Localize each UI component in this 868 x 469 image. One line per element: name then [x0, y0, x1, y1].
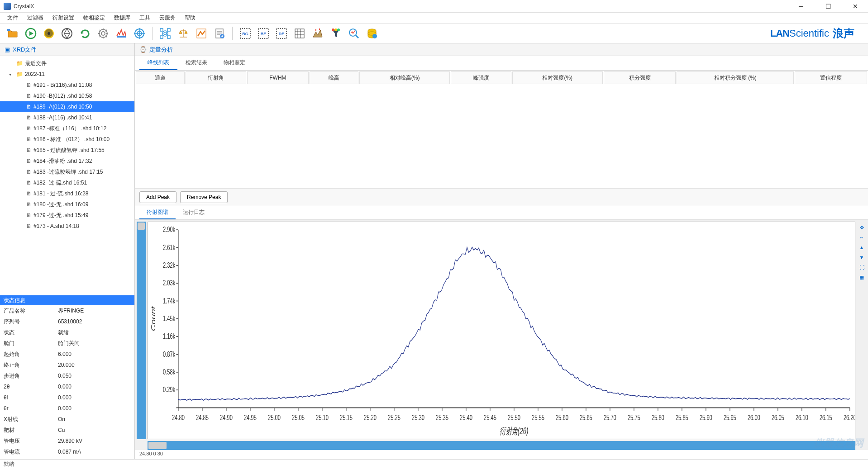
- menu-item-衍射设置[interactable]: 衍射设置: [48, 13, 79, 23]
- menu-item-过滤器[interactable]: 过滤器: [23, 13, 48, 23]
- status-row: X射线On: [0, 414, 134, 425]
- status-panel: 状态信息 产品名称界FRINGE序列号65310002状态就绪舱门舱门关闭起始角…: [0, 295, 134, 459]
- column-header[interactable]: 通道: [136, 71, 185, 84]
- menu-item-帮助[interactable]: 帮助: [180, 13, 200, 23]
- column-header[interactable]: 衍射角: [186, 71, 246, 84]
- column-header[interactable]: 积分强度: [604, 71, 676, 84]
- tree-item[interactable]: 🗎#180 -过-无 .shd 16:09: [0, 199, 134, 210]
- tree-item[interactable]: 🗎#173 - A.shd 14:18: [0, 221, 134, 232]
- quant-tab-0[interactable]: 峰线列表: [139, 56, 177, 70]
- remove-peak-button[interactable]: Remove Peak: [180, 191, 228, 203]
- open-file-icon[interactable]: [5, 25, 21, 42]
- menu-item-物相鉴定[interactable]: 物相鉴定: [79, 13, 110, 23]
- gear-icon[interactable]: [95, 25, 111, 42]
- column-header[interactable]: 峰强度: [451, 71, 511, 84]
- minimize-button[interactable]: ─: [792, 2, 810, 11]
- file-tree[interactable]: 📁最近文件▾📁2022-11🗎#191 - B(116).shd 11:08🗎#…: [0, 56, 134, 295]
- tree-item[interactable]: 🗎#185 - 过硫酸氢钾 .shd 17:55: [0, 145, 134, 156]
- file-icon: 🗎: [26, 114, 32, 121]
- svg-text:24.80: 24.80: [172, 413, 185, 422]
- column-header[interactable]: 相对积分强度 (%): [677, 71, 794, 84]
- status-row: 终止角20.000: [0, 360, 134, 370]
- svg-point-25: [332, 28, 334, 31]
- file-icon: 🗎: [26, 212, 32, 218]
- column-header[interactable]: 峰高: [310, 71, 358, 84]
- chart-vertical-scrollbar[interactable]: [137, 222, 146, 439]
- spectrum-icon[interactable]: [113, 25, 129, 42]
- svg-text:Count: Count: [149, 306, 156, 331]
- column-header[interactable]: 相对强度(%): [512, 71, 603, 84]
- analyze-tool-icon[interactable]: [346, 25, 362, 42]
- chart-fullscreen-icon[interactable]: ⛶: [858, 263, 866, 271]
- chart-down-icon[interactable]: ▼: [858, 253, 866, 261]
- maximize-button[interactable]: ☐: [819, 2, 837, 11]
- chart-coordinates: 24.80 0 80: [135, 450, 868, 459]
- chart-tab-1[interactable]: 运行日志: [176, 206, 212, 219]
- folder-icon: 📁: [16, 71, 23, 77]
- tree-item[interactable]: 🗎#181 - 过-硫.shd 16:28: [0, 188, 134, 199]
- filter-tool-icon[interactable]: [328, 25, 344, 42]
- fingerprint-icon[interactable]: [157, 25, 173, 42]
- radiation-icon[interactable]: [41, 25, 57, 42]
- svg-text:24.85: 24.85: [196, 413, 209, 422]
- chart-hstretch-icon[interactable]: ↔: [858, 233, 866, 242]
- report-icon[interactable]: [211, 25, 228, 42]
- tree-item[interactable]: 🗎#189 -A(012) .shd 10:50: [0, 101, 134, 112]
- chart-side-tools: ✥ ↔ ▲ ▼ ⛶ ▦: [857, 222, 866, 439]
- tree-item[interactable]: 🗎#182 -过-硫.shd 16:51: [0, 177, 134, 188]
- file-icon: 🗎: [26, 147, 32, 153]
- quant-tab-2[interactable]: 物相鉴定: [215, 56, 253, 70]
- svg-text:2.32k: 2.32k: [163, 261, 176, 270]
- tree-item[interactable]: 🗎#188 -A(116) .shd 10:41: [0, 112, 134, 123]
- tree-item[interactable]: 🗎#184 -滑油粉 .shd 17:32: [0, 156, 134, 166]
- be-tool-icon[interactable]: BE: [255, 25, 272, 42]
- tree-item[interactable]: 🗎#179 -过-无 .shd 15:49: [0, 210, 134, 221]
- column-header[interactable]: 置信程度: [795, 71, 867, 84]
- de-tool-icon[interactable]: DE: [273, 25, 290, 42]
- svg-text:25.45: 25.45: [484, 413, 496, 422]
- svg-text:25.75: 25.75: [628, 413, 640, 422]
- files-icon: ▣: [5, 46, 10, 53]
- play-icon[interactable]: [23, 25, 39, 42]
- flask-icon: ⌚: [139, 46, 147, 53]
- column-header[interactable]: FWHM: [247, 71, 309, 84]
- file-icon: 🗎: [26, 201, 32, 208]
- chart-up-icon[interactable]: ▲: [858, 243, 866, 251]
- aperture-icon[interactable]: [59, 25, 75, 42]
- menu-item-文件[interactable]: 文件: [3, 13, 23, 23]
- menu-item-工具[interactable]: 工具: [135, 13, 155, 23]
- svg-rect-11: [160, 36, 163, 38]
- diffraction-chart[interactable]: 0.29k0.58k0.87k1.16k1.45k1.74k2.03k2.32k…: [148, 222, 855, 439]
- tree-item[interactable]: 📁最近文件: [0, 58, 134, 69]
- tree-item[interactable]: ▾📁2022-11: [0, 69, 134, 80]
- svg-text:25.30: 25.30: [412, 413, 424, 422]
- bg-tool-icon[interactable]: BG: [237, 25, 253, 42]
- svg-text:26.00: 26.00: [748, 413, 760, 422]
- refresh-icon[interactable]: [77, 25, 93, 42]
- quant-tab-1[interactable]: 检索结果: [177, 56, 215, 70]
- grid-tool-icon[interactable]: [291, 25, 308, 42]
- chart-line-icon[interactable]: [193, 25, 210, 42]
- svg-text:0.29k: 0.29k: [163, 385, 176, 394]
- column-header[interactable]: 相对峰高(%): [359, 71, 450, 84]
- database-tool-icon[interactable]: [364, 25, 380, 42]
- target-icon[interactable]: [131, 25, 148, 42]
- balance-icon[interactable]: [175, 25, 191, 42]
- tree-item[interactable]: 🗎#186 - 标准 （012） .shd 10:00: [0, 134, 134, 145]
- chart-tab-0[interactable]: 衍射图谱: [139, 206, 176, 219]
- chart-move-icon[interactable]: ✥: [858, 223, 866, 232]
- file-icon: 🗎: [26, 180, 32, 186]
- tree-item[interactable]: 🗎#191 - B(116).shd 11:08: [0, 80, 134, 90]
- close-button[interactable]: ✕: [846, 2, 864, 11]
- chart-grid-icon[interactable]: ▦: [858, 273, 866, 281]
- peaks-tool-icon[interactable]: [310, 25, 326, 42]
- add-peak-button[interactable]: Add Peak: [139, 191, 176, 203]
- tree-item[interactable]: 🗎#183 -过硫酸氢钾 .shd 17:15: [0, 166, 134, 177]
- tree-item[interactable]: 🗎#187 -标准（116） .shd 10:12: [0, 123, 134, 134]
- chart-horizontal-scrollbar[interactable]: [148, 441, 855, 450]
- menu-item-云服务[interactable]: 云服务: [155, 13, 180, 23]
- menu-item-数据库[interactable]: 数据库: [110, 13, 135, 23]
- menubar: 文件过滤器衍射设置物相鉴定数据库工具云服务帮助: [0, 13, 868, 24]
- file-icon: 🗎: [26, 169, 32, 175]
- tree-item[interactable]: 🗎#190 -B(012) .shd 10:58: [0, 90, 134, 101]
